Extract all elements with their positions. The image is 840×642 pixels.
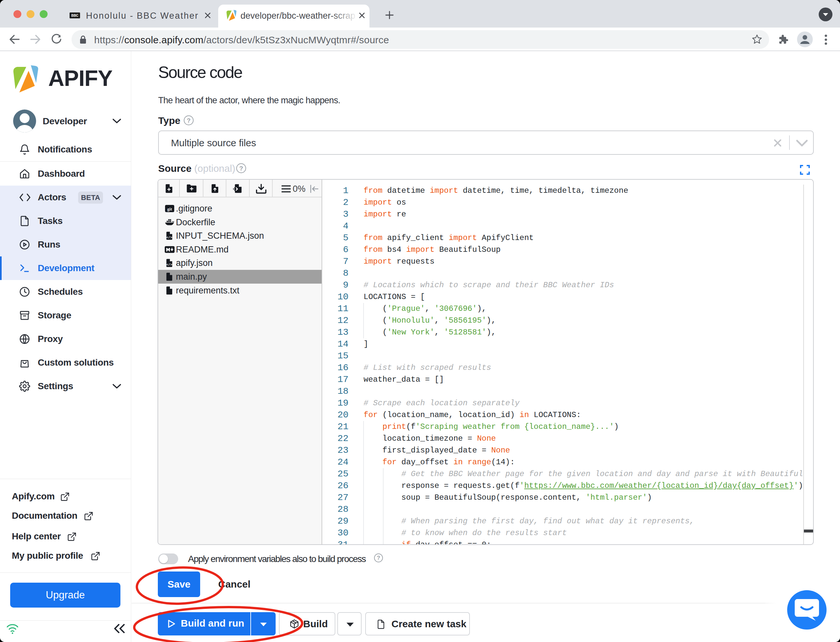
svg-text:</>: </> (166, 236, 172, 239)
svg-text:BBC: BBC (71, 14, 78, 17)
svg-text:</>: </> (166, 263, 172, 267)
svg-text:git: git (167, 207, 172, 211)
